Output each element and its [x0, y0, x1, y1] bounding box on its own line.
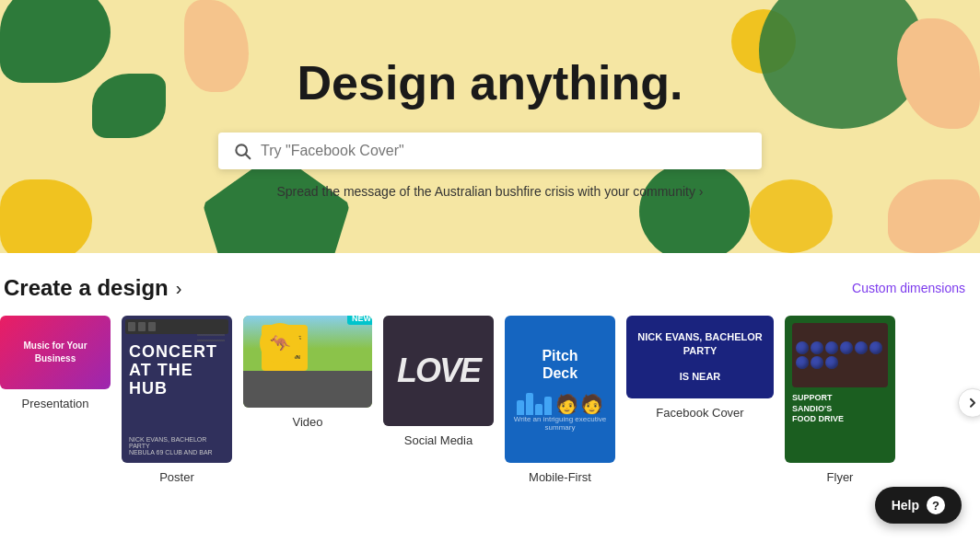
thumb-flyer: SUPPORTSANDIO'SFOOD DRIVE: [785, 316, 895, 463]
new-badge: NEW: [347, 316, 372, 325]
deco-blob-hand-tr: [897, 18, 980, 129]
custom-dimensions-link[interactable]: Custom dimensions: [852, 281, 965, 295]
design-item-social[interactable]: LOVE Social Media: [383, 316, 494, 447]
designs-scroll: Music for Your Business Presentation: [0, 316, 980, 495]
create-design-section: Create a design › Custom dimensions Musi…: [0, 253, 980, 502]
search-bar[interactable]: [218, 133, 762, 169]
design-item-presentation[interactable]: Music for Your Business Presentation: [0, 316, 111, 410]
svg-line-1: [246, 154, 251, 158]
chevron-right-icon: [967, 397, 978, 408]
design-label-presentation: Presentation: [22, 397, 89, 410]
design-label-flyer: Flyer: [827, 470, 854, 484]
designs-row: Music for Your Business Presentation: [0, 316, 980, 495]
design-label-poster: Poster: [159, 470, 194, 484]
promo-link[interactable]: Spread the message of the Australian bus…: [277, 184, 704, 199]
design-item-poster[interactable]: CONcERTAT THEHUB NICK EVANS, BACHELOR PA…: [122, 316, 232, 484]
design-label-fb: Facebook Cover: [656, 406, 743, 420]
design-label-social: Social Media: [404, 433, 472, 447]
help-question-icon: ?: [927, 496, 945, 502]
deco-blob-green-br: [639, 161, 750, 253]
deco-blob-green-tl: [0, 0, 111, 83]
next-chevron-button[interactable]: [958, 387, 980, 417]
thumb-mobile: PitchDeck 🧑: [505, 316, 615, 463]
deco-blob-green-left: [92, 74, 166, 138]
design-item-mobile[interactable]: PitchDeck 🧑: [505, 316, 615, 484]
thumb-poster: CONcERTAT THEHUB NICK EVANS, BACHELOR PA…: [122, 316, 232, 463]
search-icon: [233, 142, 251, 160]
thumb-social: LOVE: [383, 316, 494, 426]
section-title[interactable]: Create a design ›: [4, 275, 181, 301]
help-button[interactable]: Help ?: [875, 487, 962, 502]
deco-blob-hand-br: [888, 179, 980, 253]
search-input[interactable]: [261, 143, 747, 159]
thumb-video: NEW TAKING THE NEW EXPERCE FOR A SPIN 🦘: [243, 316, 372, 408]
deco-blob-yellow-br2: [750, 179, 833, 253]
thumb-presentation: Music for Your Business: [0, 316, 111, 389]
design-item-video[interactable]: NEW TAKING THE NEW EXPERCE FOR A SPIN 🦘 …: [243, 316, 372, 429]
design-label-mobile: Mobile-First: [529, 470, 591, 484]
hero-title: Design anything.: [298, 55, 683, 110]
help-label: Help: [892, 498, 919, 502]
section-header: Create a design › Custom dimensions: [0, 275, 980, 316]
design-label-video: Video: [292, 415, 322, 429]
deco-blob-hand-left: [184, 0, 249, 92]
deco-blob-yellow-bl: [0, 179, 92, 253]
hero-section: Design anything. Spread the message of t…: [0, 0, 980, 253]
thumb-fb: NICK EVANS, BACHELOR PARTYIS NEAR: [626, 316, 774, 398]
design-item-fb[interactable]: NICK EVANS, BACHELOR PARTYIS NEAR Facebo…: [626, 316, 774, 420]
design-item-flyer[interactable]: SUPPORTSANDIO'SFOOD DRIVE Flyer: [785, 316, 895, 484]
